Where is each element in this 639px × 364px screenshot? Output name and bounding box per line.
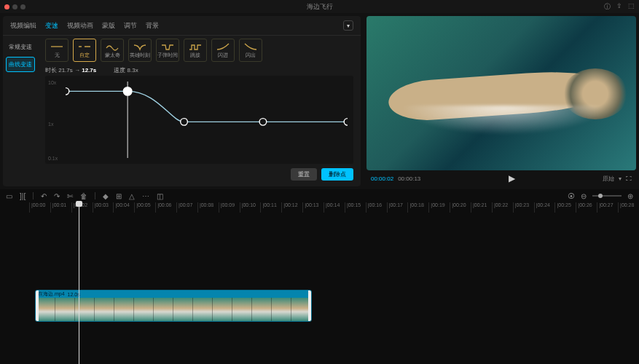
speed-readout: 时长 21.7s → 12.7s 速度 8.3x bbox=[45, 66, 353, 74]
play-button[interactable]: ▶ bbox=[509, 173, 515, 183]
warn-icon[interactable]: △ bbox=[129, 192, 135, 200]
ruler-tick: |00:20 bbox=[450, 202, 471, 213]
preview-panel: 00:00:02 00:00:13 ▶ 原始 ▾ ⛶ bbox=[366, 16, 636, 186]
undo-icon[interactable]: ↶ bbox=[41, 192, 47, 200]
preset-英雄时刻[interactable]: 英雄时刻 bbox=[128, 39, 152, 62]
group-icon[interactable]: ⊞ bbox=[116, 192, 122, 200]
sep bbox=[33, 192, 34, 199]
ruler-tick: |00:12 bbox=[281, 202, 302, 213]
sep bbox=[95, 192, 95, 199]
more-icon[interactable]: ⋯ bbox=[142, 192, 149, 200]
time-ruler[interactable]: |00:00|00:01|00:02|00:03|00:04|00:05|00:… bbox=[0, 202, 639, 213]
tab-adjust[interactable]: 调节 bbox=[124, 21, 137, 31]
preset-无[interactable]: 无 bbox=[45, 39, 68, 62]
preview-time-duration: 00:00:13 bbox=[398, 175, 420, 182]
clip-trim-left[interactable] bbox=[36, 290, 39, 321]
preset-跳接[interactable]: 跳接 bbox=[184, 39, 207, 62]
inspector-panel: 视频编辑 变速 视频动画 蒙版 调节 背景 ▾ 常规变速 曲线变速 无自定蒙太奇… bbox=[3, 16, 361, 186]
tab-speed[interactable]: 变速 bbox=[45, 21, 58, 31]
min-dot[interactable] bbox=[12, 4, 17, 9]
inspector-tabs: 视频编辑 变速 视频动画 蒙版 调节 背景 ▾ bbox=[3, 16, 361, 36]
curve-node-1[interactable] bbox=[123, 87, 132, 95]
preview-ratio[interactable]: 原始 bbox=[603, 175, 614, 183]
preset-自定[interactable]: 自定 bbox=[73, 39, 96, 62]
select-tool-icon[interactable]: ▭ bbox=[6, 192, 12, 200]
curve-node-3[interactable] bbox=[259, 119, 267, 126]
delete-point-button[interactable]: 删除点 bbox=[321, 168, 353, 181]
zoom-slider[interactable] bbox=[592, 195, 622, 197]
clip-thumb bbox=[193, 298, 213, 321]
clip-thumb bbox=[154, 298, 173, 321]
speed-curve-graph[interactable]: 10x 1x 0.1x bbox=[45, 76, 353, 164]
crop-icon[interactable]: ◫ bbox=[157, 192, 163, 200]
clip-thumb bbox=[55, 298, 75, 321]
delete-icon[interactable]: 🗑 bbox=[80, 192, 87, 200]
traffic-lights bbox=[4, 4, 26, 9]
clip-thumbnails bbox=[36, 298, 311, 321]
split-tool-icon[interactable]: ]|[ bbox=[20, 192, 26, 200]
clip-thumb bbox=[173, 298, 193, 321]
export-icon[interactable]: ⬚ bbox=[628, 2, 635, 12]
toolbar-right: ⦿ ⊖ ⊕ bbox=[568, 192, 633, 200]
cut-icon[interactable]: ✄ bbox=[67, 192, 73, 200]
tabs-collapse-icon[interactable]: ▾ bbox=[343, 20, 353, 31]
ruler-tick: |00:18 bbox=[407, 202, 428, 213]
marker-icon[interactable]: ◆ bbox=[103, 192, 109, 200]
ruler-tick: |00:26 bbox=[576, 202, 597, 213]
clip-thumb bbox=[95, 298, 114, 321]
tab-mask[interactable]: 蒙版 bbox=[102, 21, 115, 31]
duration-readout: 时长 21.7s → 12.7s bbox=[45, 66, 96, 74]
curve-node-2[interactable] bbox=[181, 119, 188, 126]
ruler-tick: |00:04 bbox=[113, 202, 134, 213]
timeline: ▭ ]|[ ↶ ↷ ✄ 🗑 ◆ ⊞ △ ⋯ ◫ ⦿ ⊖ ⊕ |00:00|00:… bbox=[0, 189, 639, 364]
zoom-in-icon[interactable]: ⊕ bbox=[627, 192, 633, 200]
max-dot[interactable] bbox=[20, 4, 26, 9]
preset-子弹时间[interactable]: 子弹时间 bbox=[156, 39, 179, 62]
ylab-1x: 1x bbox=[48, 122, 53, 127]
clip-thumb bbox=[232, 298, 252, 321]
ruler-tick: |00:19 bbox=[428, 202, 450, 213]
preset-闪出[interactable]: 闪出 bbox=[239, 39, 262, 62]
fullscreen-icon[interactable]: ⛶ bbox=[626, 175, 632, 182]
curve-canvas[interactable] bbox=[66, 82, 348, 158]
clip-thumb bbox=[213, 298, 232, 321]
ylab-01x: 0.1x bbox=[48, 156, 58, 161]
curve-node-0[interactable] bbox=[66, 88, 69, 95]
zoom-out-icon[interactable]: ⊖ bbox=[581, 192, 587, 200]
info-icon[interactable]: ⓘ bbox=[604, 2, 611, 12]
redo-icon[interactable]: ↷ bbox=[54, 192, 60, 200]
speed-tab-curve[interactable]: 曲线变速 bbox=[6, 57, 35, 72]
titlebar-actions: ⓘ ⇪ ⬚ bbox=[604, 2, 635, 12]
curve-node-4[interactable] bbox=[344, 119, 348, 126]
timeline-playhead[interactable] bbox=[79, 202, 79, 364]
speed-tab-normal[interactable]: 常规变速 bbox=[6, 40, 35, 54]
ruler-tick: |00:22 bbox=[492, 202, 513, 213]
share-icon[interactable]: ⇪ bbox=[616, 2, 622, 12]
track-area[interactable]: + 在海边.mp4 12.0s bbox=[0, 213, 639, 364]
preview-canvas[interactable] bbox=[366, 16, 636, 170]
close-dot[interactable] bbox=[4, 4, 9, 9]
preset-蒙太奇[interactable]: 蒙太奇 bbox=[101, 39, 124, 62]
tab-video-edit[interactable]: 视频编辑 bbox=[10, 21, 36, 31]
tab-animation[interactable]: 视频动画 bbox=[67, 21, 93, 31]
reset-button[interactable]: 重置 bbox=[291, 168, 317, 181]
speed-body: 常规变速 曲线变速 无自定蒙太奇英雄时刻子弹时间跳接闪进闪出 时长 21.7s … bbox=[3, 36, 361, 186]
preset-闪进[interactable]: 闪进 bbox=[211, 39, 235, 62]
ruler-tick: |00:11 bbox=[260, 202, 281, 213]
speed-content: 无自定蒙太奇英雄时刻子弹时间跳接闪进闪出 时长 21.7s → 12.7s 速度… bbox=[38, 36, 361, 186]
ruler-tick: |00:09 bbox=[219, 202, 240, 213]
ruler-tick: |00:24 bbox=[534, 202, 555, 213]
curve-buttons: 重置 删除点 bbox=[45, 168, 353, 181]
ruler-tick: |00:00 bbox=[29, 202, 50, 213]
chevron-down-icon[interactable]: ▾ bbox=[619, 175, 622, 182]
video-clip[interactable]: 在海边.mp4 12.0s bbox=[35, 290, 312, 322]
snap-icon[interactable]: ⦿ bbox=[568, 192, 575, 200]
ruler-tick: |00:15 bbox=[345, 202, 366, 213]
clip-trim-right[interactable] bbox=[308, 290, 311, 321]
speed-curve-path bbox=[66, 91, 348, 122]
tab-background[interactable]: 背景 bbox=[146, 21, 159, 31]
ruler-tick: |00:17 bbox=[387, 202, 408, 213]
clip-thumb bbox=[36, 298, 55, 321]
ruler-tick: |00:14 bbox=[324, 202, 345, 213]
preview-foam bbox=[383, 106, 625, 140]
